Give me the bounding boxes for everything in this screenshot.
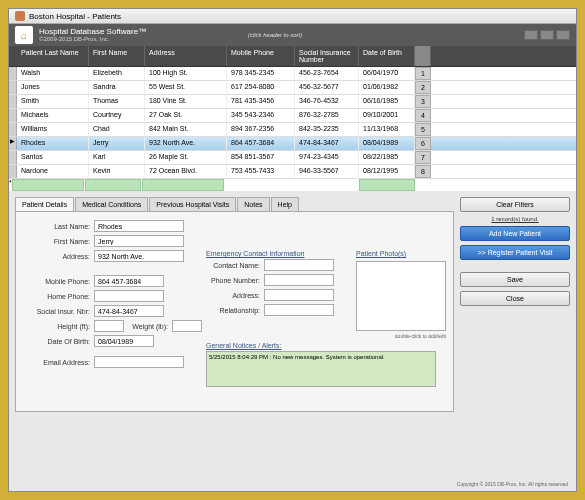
close-window-button[interactable] [556,30,570,40]
minimize-button[interactable] [524,30,538,40]
lbl-email: Email Address: [24,359,94,366]
app-name: Hospital Database Software™ [39,28,146,37]
main-area: Patient DetailsMedical ConditionsPreviou… [9,191,576,491]
tab-medical-conditions[interactable]: Medical Conditions [75,197,148,211]
lbl-address: Address: [24,253,94,260]
lbl-mobile: Mobile Phone: [24,278,94,285]
dob-field[interactable] [94,335,154,347]
mobile-field[interactable] [94,275,164,287]
table-row[interactable]: Walsh Elizebeth 100 High St. 978 345-234… [9,67,576,81]
app-header: ⌂ Hospital Database Software™ ©2009-2015… [9,24,576,46]
clear-filters-button[interactable]: Clear Filters [460,197,570,212]
register-visit-button[interactable]: >> Register Patient Visit [460,245,570,260]
ec-address-field[interactable] [264,289,334,301]
detail-tabs: Patient DetailsMedical ConditionsPreviou… [15,197,454,212]
alerts-header: General Notices / Alerts: [206,342,436,349]
add-new-patient-button[interactable]: Add New Patient [460,226,570,241]
app-icon [15,11,25,21]
save-button[interactable]: Save [460,272,570,287]
address-field[interactable] [94,250,184,262]
alerts-text: 5/25/2015 8:04:29 PM : No new messages. … [206,351,436,387]
alerts-section: General Notices / Alerts: 5/25/2015 8:04… [206,342,436,387]
close-button[interactable]: Close [460,291,570,306]
home-phone-field[interactable] [94,290,164,302]
tab-patient-details[interactable]: Patient Details [15,197,74,211]
col-dob[interactable]: Date of Birth [359,46,415,66]
ec-rel-field[interactable] [264,304,334,316]
patient-photo-section: Patient Photo(s) double-click to add/edi… [356,250,446,339]
table-header: Patient Last Name First Name Address Mob… [9,46,576,67]
patient-details-form: Last Name: First Name: Address: Mobile P… [15,212,454,412]
first-name-field[interactable] [94,235,184,247]
email-field[interactable] [94,356,184,368]
table-row[interactable]: Jones Sandra 55 West St. 617 254-8080 45… [9,81,576,95]
action-panel: Clear Filters 1 record(s) found. Add New… [460,197,570,485]
table-row[interactable]: Smith Thomas 180 Vine St. 781 435-3456 3… [9,95,576,109]
lbl-weight: Weight (lb): [124,323,172,330]
emergency-header: Emergency Contact Information [206,250,346,257]
lbl-ssn: Social Insur. Nbr: [24,308,94,315]
app-window: Boston Hospital - Patients ⌂ Hospital Da… [8,8,577,492]
ssn-field[interactable] [94,305,164,317]
col-last-name[interactable]: Patient Last Name [17,46,89,66]
lbl-last-name: Last Name: [24,223,94,230]
lbl-home: Home Phone: [24,293,94,300]
lbl-height: Height (ft): [24,323,94,330]
tab-help[interactable]: Help [271,197,299,211]
table-row[interactable]: ▶ Rhodes Jerry 932 North Ave. 864 457-36… [9,137,576,151]
titlebar: Boston Hospital - Patients [9,9,576,24]
emergency-contact-section: Emergency Contact Information Contact Na… [206,250,346,319]
ec-name-field[interactable] [264,259,334,271]
photo-hint: double-click to add/edit [356,333,446,339]
last-name-field[interactable] [94,220,184,232]
lbl-dob: Date Of Birth: [24,338,94,345]
table-row[interactable]: Michaels Courtney 27 Oak St. 345 543-234… [9,109,576,123]
height-field[interactable] [94,320,124,332]
col-address[interactable]: Address [145,46,227,66]
ec-phone-field[interactable] [264,274,334,286]
patient-table: Patient Last Name First Name Address Mob… [9,46,576,191]
table-row[interactable]: Nardone Kevin 72 Ocean Blvd. 753 455-743… [9,165,576,179]
window-title: Boston Hospital - Patients [29,12,121,21]
photo-frame[interactable] [356,261,446,331]
col-first-name[interactable]: First Name [89,46,145,66]
new-row[interactable]: * [9,179,576,191]
table-row[interactable]: Williams Chad 842 Main St. 894 367-2356 … [9,123,576,137]
footer-copyright: Copyright © 2015 DB-Pros, Inc. All right… [457,481,568,487]
app-copyright: ©2009-2015 DB-Pros, Inc. [39,36,146,42]
col-mobile[interactable]: Mobile Phone [227,46,295,66]
photo-header: Patient Photo(s) [356,250,446,257]
records-found: 1 record(s) found. [460,216,570,222]
col-ssn[interactable]: Social Insurance Number [295,46,359,66]
tab-notes[interactable]: Notes [237,197,269,211]
table-row[interactable]: Santos Karl 26 Maple St. 854 851-3567 97… [9,151,576,165]
sort-hint: (click header to sort) [248,32,302,38]
weight-field[interactable] [172,320,202,332]
lbl-first-name: First Name: [24,238,94,245]
logo-icon: ⌂ [15,26,33,44]
maximize-button[interactable] [540,30,554,40]
tab-previous-hospital-visits[interactable]: Previous Hospital Visits [149,197,236,211]
